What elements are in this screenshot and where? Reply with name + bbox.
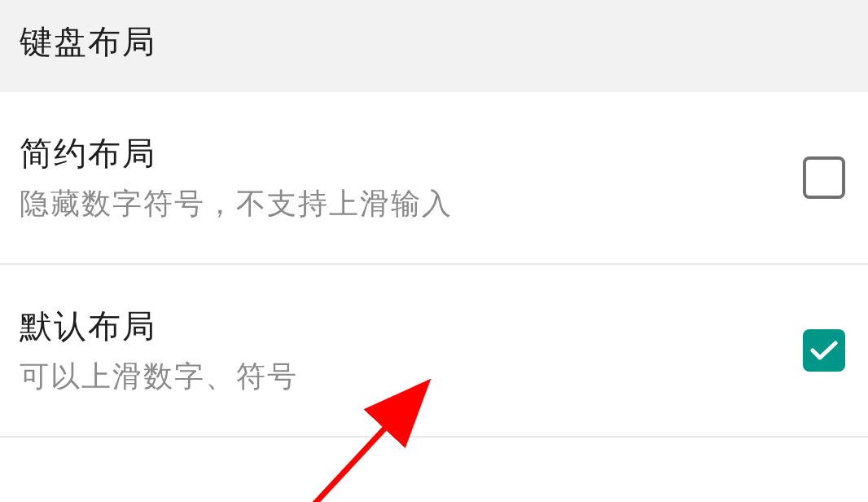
setting-text-block: 默认布局 可以上滑数字、符号 [20, 304, 803, 397]
checkbox-default-layout[interactable] [803, 329, 845, 372]
setting-default-layout-title: 默认布局 [20, 304, 803, 349]
setting-simple-layout-title: 简约布局 [20, 131, 803, 176]
checkbox-simple-layout[interactable] [803, 156, 845, 199]
checkbox-unchecked-icon [803, 156, 845, 199]
checkmark-icon [810, 340, 838, 361]
setting-text-block: 简约布局 隐藏数字符号，不支持上滑输入 [20, 131, 803, 224]
setting-item-simple-layout[interactable]: 简约布局 隐藏数字符号，不支持上滑输入 [0, 92, 868, 265]
settings-list: 简约布局 隐藏数字符号，不支持上滑输入 默认布局 可以上滑数字、符号 [0, 92, 868, 438]
setting-default-layout-description: 可以上滑数字、符号 [20, 357, 803, 397]
page-title: 键盘布局 [20, 20, 848, 64]
settings-header: 键盘布局 [0, 0, 868, 92]
setting-simple-layout-description: 隐藏数字符号，不支持上滑输入 [20, 184, 803, 224]
checkbox-checked-icon [803, 329, 845, 372]
setting-item-default-layout[interactable]: 默认布局 可以上滑数字、符号 [0, 265, 868, 438]
